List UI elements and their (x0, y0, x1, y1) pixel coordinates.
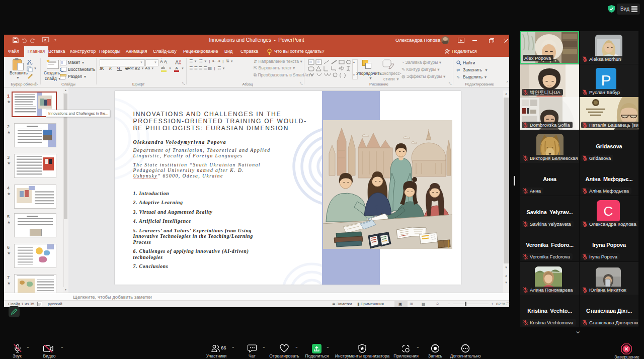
svg-text:А: А (175, 59, 179, 65)
